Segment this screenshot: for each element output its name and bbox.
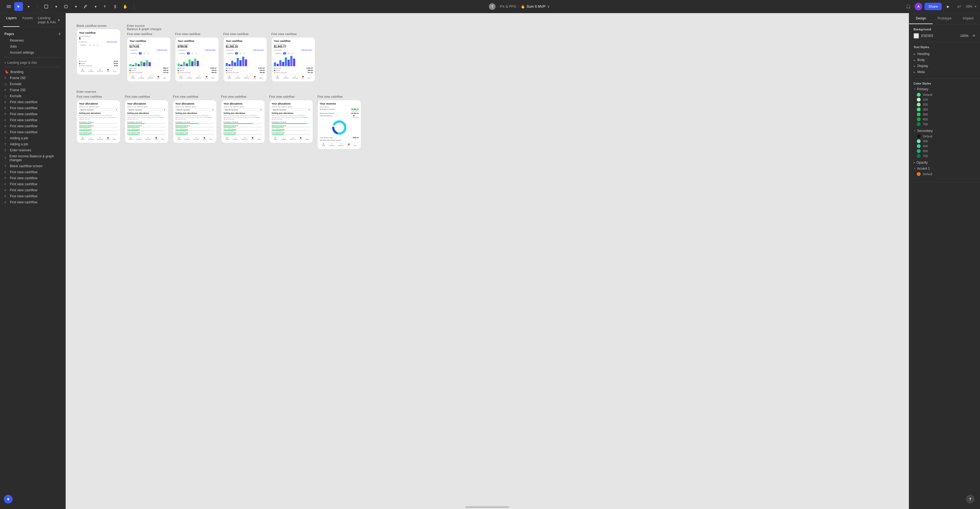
layer-item[interactable]: # First view cashflow xyxy=(0,129,65,135)
layer-item[interactable]: # First view cashflow xyxy=(0,169,65,175)
pen-dropdown[interactable]: ▾ xyxy=(91,2,100,11)
layer-item[interactable]: T Blank cashflow screen xyxy=(0,163,65,169)
color-secondary-400[interactable]: 400 xyxy=(913,144,975,149)
branding-item[interactable]: 🔖 Branding xyxy=(0,69,65,75)
zoom-level[interactable]: 33% xyxy=(966,5,972,8)
tab-prototype[interactable]: Prototype xyxy=(933,13,956,24)
layer-item[interactable]: T Enter reserves xyxy=(0,147,65,153)
canvas-area[interactable]: Blank cashflow screen Your cashflow Curr… xyxy=(66,13,909,509)
canvas-scrollbar[interactable] xyxy=(465,506,509,508)
phone-3[interactable]: Your cashflow Current balance $1,292.16 … xyxy=(223,37,267,82)
exclude-item[interactable]: ◻ Exclude xyxy=(0,81,65,87)
primary-300-dot xyxy=(917,108,921,111)
hand-tool[interactable]: ✋ xyxy=(121,2,129,11)
tab-inspect[interactable]: Inspect xyxy=(956,13,980,24)
color-primary-default[interactable]: Default xyxy=(913,92,975,97)
reserves-frame-section-label: First view cashflow xyxy=(317,95,361,98)
phone-alloc-5[interactable]: Your allocations What is your reserves g… xyxy=(269,100,313,143)
color-primary-300[interactable]: 300 xyxy=(913,107,975,112)
bg-color-swatch[interactable] xyxy=(913,33,919,38)
layer-item[interactable]: # First view cashflow xyxy=(0,99,65,105)
present-button[interactable]: A? xyxy=(955,2,964,11)
phone-reserves[interactable]: Your reserves My Progress Emergency Rese… xyxy=(317,100,361,150)
phone-4[interactable]: Your cashflow Current balance $1,943.77 … xyxy=(271,37,315,82)
phone-1[interactable]: Your cashflow Current balance $174.65 3 … xyxy=(127,37,171,82)
color-secondary-default[interactable]: Default xyxy=(913,134,975,139)
page-account-settings[interactable]: Account settings xyxy=(0,49,65,56)
zoom-dropdown[interactable]: ∨ xyxy=(975,5,977,8)
layer-item[interactable]: T Adding a job xyxy=(0,135,65,141)
layer-item[interactable]: # First view cashflow xyxy=(0,181,65,187)
frame-dropdown[interactable]: ▾ xyxy=(52,2,60,11)
assets-tab[interactable]: Assets xyxy=(19,13,35,27)
layer-item[interactable]: # First view cashflow xyxy=(0,199,65,205)
visibility-toggle[interactable]: 👁 xyxy=(972,34,975,38)
help-button[interactable]: ? xyxy=(966,495,975,504)
layer-item[interactable]: ◻ Exclude xyxy=(0,93,65,99)
color-primary-700[interactable]: 700 xyxy=(913,122,975,127)
layers-tab[interactable]: Layers xyxy=(3,13,19,27)
color-secondary-700[interactable]: 700 xyxy=(913,154,975,159)
layer-item[interactable]: # First view cashflow xyxy=(0,175,65,181)
layer-item[interactable]: # First view cashflow xyxy=(0,193,65,199)
video-record-button[interactable] xyxy=(4,495,13,504)
phone-blank-cashflow[interactable]: Your cashflow Current balance $ 3 accoun… xyxy=(76,29,120,75)
select-dropdown[interactable]: ▾ xyxy=(24,2,33,11)
text-style-display[interactable]: ▶ Display xyxy=(913,63,975,69)
layer-item[interactable]: # First view cashflow xyxy=(0,187,65,193)
landing-page-group[interactable]: ∨ Landing page & Ads xyxy=(0,59,65,65)
shape-tool[interactable] xyxy=(62,2,70,11)
tab-design[interactable]: Design xyxy=(909,13,933,24)
text-style-heading[interactable]: ▶ Heading xyxy=(913,51,975,57)
layer-item[interactable]: T Enter income Balance & graph changes xyxy=(0,153,65,163)
page-selector[interactable]: Landing page & Ads ▾ xyxy=(35,13,62,27)
page-reserves[interactable]: Reserves xyxy=(0,38,65,43)
layer-item[interactable]: # First view cashflow xyxy=(0,111,65,117)
canvas-inner: Blank cashflow screen Your cashflow Curr… xyxy=(66,13,909,169)
color-primary-600[interactable]: 600 xyxy=(913,117,975,122)
component-tool[interactable] xyxy=(111,2,119,11)
play-button[interactable]: ▶ xyxy=(944,2,953,11)
accent1-group-header[interactable]: ▼ Accent 1 xyxy=(913,167,975,170)
phone-2[interactable]: Your cashflow Current balance $789.58 3 … xyxy=(175,37,219,82)
layer-item[interactable]: # First view cashflow xyxy=(0,123,65,129)
primary-group-header[interactable]: ▼ Primary xyxy=(913,87,975,91)
layer-item[interactable]: T Adding a job xyxy=(0,141,65,147)
frame-tool[interactable] xyxy=(42,2,51,11)
color-accent1-default[interactable]: Default xyxy=(913,172,975,177)
layer-list: # Frame 292◻ Exclude# First view cashflo… xyxy=(0,87,65,205)
text-style-body[interactable]: ▶ Body xyxy=(913,57,975,63)
accent1-color-group: ▼ Accent 1 Default xyxy=(913,167,975,177)
color-secondary-300[interactable]: 300 xyxy=(913,139,975,144)
color-primary-100[interactable]: 100 xyxy=(913,97,975,102)
select-tool[interactable] xyxy=(14,2,23,11)
alloc-frame1-section-label: First view cashflow xyxy=(76,95,120,98)
page-jobs[interactable]: Jobs xyxy=(0,43,65,49)
allocations-row: Enter reserves First view cashflow Your … xyxy=(76,90,898,150)
layer-item[interactable]: # First view cashflow xyxy=(0,117,65,123)
phone-alloc-3[interactable]: Your allocations What is your reserves g… xyxy=(173,100,217,143)
phone-alloc-4[interactable]: Your allocations What is your reserves g… xyxy=(221,100,265,143)
add-page-button[interactable]: + xyxy=(58,32,61,37)
pen-tool[interactable] xyxy=(81,2,90,11)
headphone-icon[interactable]: 🎧 xyxy=(904,2,912,11)
layer-item[interactable]: # Frame 292 xyxy=(0,87,65,93)
share-button[interactable]: Share xyxy=(924,3,942,10)
user-profile-avatar[interactable]: A xyxy=(915,3,922,10)
text-tool[interactable]: T xyxy=(101,2,110,11)
dropdown-chevron[interactable]: ∨ xyxy=(547,5,550,8)
layer-item[interactable]: # First view cashflow xyxy=(0,105,65,111)
opacity-group-header[interactable]: ▶ Opacity xyxy=(913,161,975,164)
menu-button[interactable] xyxy=(5,2,13,11)
color-primary-500[interactable]: 500 xyxy=(913,112,975,117)
primary-700-dot xyxy=(917,122,921,126)
frame292-item[interactable]: # Frame 292 xyxy=(0,75,65,81)
phone-alloc-1[interactable]: Your allocations What is your reserves g… xyxy=(76,100,120,143)
secondary-group-header[interactable]: ▼ Secondary xyxy=(913,129,975,133)
shape-dropdown[interactable]: ▾ xyxy=(72,2,80,11)
phone-alloc-2[interactable]: Your allocations What is your reserves g… xyxy=(125,100,169,143)
color-primary-200[interactable]: 200 xyxy=(913,102,975,107)
color-secondary-500[interactable]: 500 xyxy=(913,149,975,154)
text-style-meta[interactable]: ▶ Meta xyxy=(913,69,975,75)
breadcrumb-sep2: / xyxy=(518,5,519,8)
